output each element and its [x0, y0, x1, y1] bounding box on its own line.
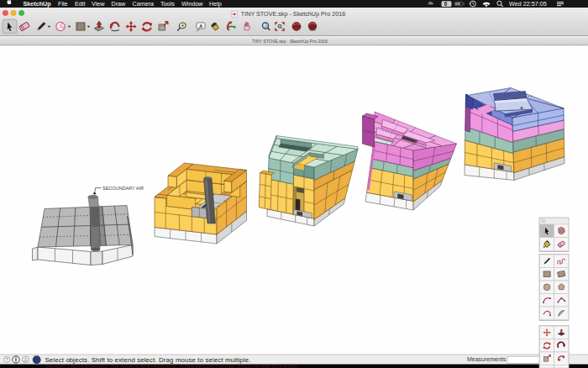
svg-text:TINY STOVE.skp - SketchUp Pro: TINY STOVE.skp - SketchUp Pro 2016 [241, 10, 345, 18]
svg-text:Help: Help [209, 0, 222, 8]
svg-text:Tools: Tools [160, 0, 175, 8]
svg-text:Window: Window [181, 0, 203, 8]
svg-text:Wed 22:57:05: Wed 22:57:05 [509, 0, 547, 8]
svg-text:TINY STOVE.skp - SketchUp Pro: TINY STOVE.skp - SketchUp Pro 2016 [252, 39, 328, 44]
svg-text:SketchUp: SketchUp [24, 0, 52, 8]
svg-text:View: View [92, 0, 105, 8]
svg-text:BOUGHT 3 PIZZA BOMBERS. THE FR: BOUGHT 3 PIZZA BOMBERS. THE FRONTS RAN U… [46, 364, 297, 368]
svg-text:Camera: Camera [133, 0, 155, 8]
svg-text:SECOUNDARY AIR: SECOUNDARY AIR [102, 186, 144, 191]
svg-text:Measurements: Measurements [467, 356, 507, 362]
svg-text:A: A [199, 24, 202, 29]
svg-text:Select objects. Shift to exten: Select objects. Shift to extend select. … [45, 356, 251, 364]
svg-text:Draw: Draw [112, 0, 127, 8]
svg-text:Edit: Edit [75, 0, 85, 8]
svg-text:6: 6 [444, 1, 448, 7]
svg-text:File: File [58, 0, 68, 8]
